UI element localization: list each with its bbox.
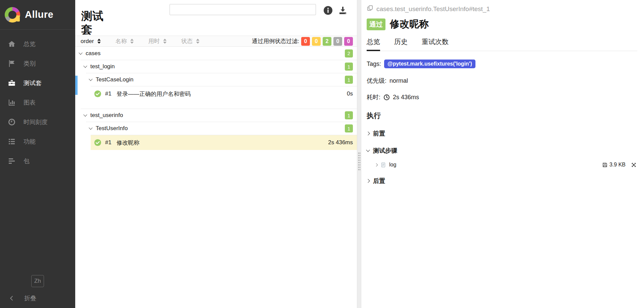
teardown-label: 后置	[373, 177, 385, 185]
filter-broken-badge[interactable]: 0	[312, 37, 321, 46]
chevron-down-icon	[83, 64, 87, 68]
status-filter: 通过用例状态过滤: 0 0 2 0 0	[252, 37, 353, 46]
suitcase-icon	[7, 79, 16, 87]
active-nav-indicator	[75, 76, 78, 95]
tab-retries[interactable]: 重试次数	[422, 37, 449, 51]
test-duration: 2s 436ms	[328, 139, 353, 146]
tree-group-row[interactable]: TestUserInfo 1	[86, 122, 357, 135]
chevron-left-icon	[7, 294, 16, 303]
sort-arrows-icon	[163, 39, 167, 44]
sort-label: order	[81, 38, 94, 45]
sidebar-item-overview[interactable]: 总览	[0, 34, 75, 54]
setup-label: 前置	[373, 129, 385, 138]
sidebar-item-label: 类别	[24, 60, 36, 68]
sort-bar: order 名称 用时 状态 通过用例状态过滤: 0 0 2 0 0	[75, 36, 357, 47]
attachment-row-log[interactable]: log 3.9 KB	[375, 162, 637, 168]
download-icon	[338, 11, 348, 16]
test-steps-section[interactable]: 测试步骤	[367, 147, 637, 155]
sort-label: 状态	[181, 37, 193, 45]
lines-icon	[7, 157, 16, 165]
info-button[interactable]	[323, 5, 333, 15]
chevron-down-icon	[366, 148, 370, 152]
copy-icon[interactable]	[367, 5, 373, 13]
clock-icon	[383, 94, 390, 101]
suites-tree: cases 2 test_login 1 TestCaseLogin 1 #1 …	[75, 47, 357, 150]
tree-group-label: TestUserInfo	[96, 125, 128, 132]
test-name: 修改昵称	[117, 139, 139, 147]
sidebar-item-packages[interactable]: 包	[0, 151, 75, 171]
status-filter-label: 通过用例状态过滤:	[252, 37, 299, 45]
attachment-meta: 3.9 KB	[602, 162, 637, 168]
list-icon	[7, 137, 16, 146]
chevron-right-icon	[366, 179, 370, 183]
filter-failed-badge[interactable]: 0	[301, 37, 310, 46]
sort-duration[interactable]: 用时	[148, 37, 167, 45]
test-fullname-row: cases.test_userinfo.TestUserInfo#test_1	[367, 5, 637, 13]
duration-row: 耗时: 2s 436ms	[367, 93, 637, 101]
tree-group-row[interactable]: TestCaseLogin 1	[86, 73, 357, 86]
count-badge: 1	[345, 76, 353, 84]
status-badge: 通过	[367, 18, 385, 30]
allure-report-app: Allure 总览 类别 测试套 图表 时间刻度	[0, 0, 644, 308]
attachment-size: 3.9 KB	[602, 162, 626, 168]
tab-history[interactable]: 历史	[394, 37, 408, 51]
search-input[interactable]	[170, 4, 316, 15]
chevron-right-icon	[375, 163, 378, 166]
tree-leaf-row[interactable]: #1 登录——正确的用户名和密码 0s	[91, 86, 357, 101]
sidebar-item-categories[interactable]: 类别	[0, 54, 75, 73]
collapse-button[interactable]: 折叠	[0, 294, 75, 303]
sort-label: 用时	[148, 37, 160, 45]
collapse-label: 折叠	[24, 294, 36, 302]
allure-logo-icon	[5, 7, 20, 23]
sort-name[interactable]: 名称	[116, 37, 134, 45]
sort-arrows-icon	[196, 39, 199, 44]
sidebar-item-timeline[interactable]: 时间刻度	[0, 112, 75, 132]
chevron-down-icon	[89, 126, 92, 129]
sort-arrows-icon	[97, 39, 101, 44]
attachment-size-value: 3.9 KB	[609, 162, 626, 168]
suites-panel: 测试套 order 名称 用时 状态	[75, 0, 357, 308]
panel-title: 测试套	[81, 9, 109, 36]
panel-splitter[interactable]	[357, 0, 361, 308]
tag-badge[interactable]: @pytest.mark.usefixtures('login')	[384, 60, 475, 68]
flag-icon	[7, 59, 16, 68]
sidebar-item-graphs[interactable]: 图表	[0, 93, 75, 112]
tree-group-row[interactable]: test_login 1	[81, 60, 357, 73]
tags-label: Tags:	[367, 61, 381, 68]
filter-skipped-badge[interactable]: 0	[333, 37, 342, 46]
test-title: 修改昵称	[390, 17, 429, 31]
teardown-section[interactable]: 后置	[367, 177, 637, 185]
execution-heading: 执行	[367, 111, 637, 120]
tree-group-label: test_login	[90, 63, 115, 70]
sidebar-item-suites[interactable]: 测试套	[0, 73, 75, 93]
tree-group-row[interactable]: cases 2	[75, 47, 357, 60]
filter-unknown-badge[interactable]: 0	[344, 37, 353, 46]
tree-group-row[interactable]: test_userinfo 1	[81, 109, 357, 122]
expand-icon[interactable]	[631, 162, 637, 168]
check-circle-icon	[94, 90, 101, 98]
duration-value: 2s 436ms	[393, 94, 419, 101]
language-button[interactable]: Zh	[31, 275, 44, 287]
brand-header: Allure	[0, 0, 75, 30]
setup-section[interactable]: 前置	[367, 129, 637, 138]
tab-overview[interactable]: 总览	[367, 37, 380, 51]
count-badge: 1	[345, 111, 353, 119]
bar-chart-icon	[7, 98, 16, 107]
sort-order[interactable]: order	[81, 38, 101, 45]
sidebar-item-label: 总览	[24, 40, 36, 48]
filter-passed-badge[interactable]: 2	[323, 37, 331, 46]
tree-group-label: test_userinfo	[90, 112, 123, 119]
severity-value: normal	[389, 77, 408, 84]
duration-label: 耗时:	[367, 93, 380, 101]
sidebar-item-behaviors[interactable]: 功能	[0, 132, 75, 151]
tree-leaf-row-selected[interactable]: #1 修改昵称 2s 436ms	[91, 135, 357, 150]
info-icon	[323, 11, 333, 16]
tree-group-label: cases	[86, 50, 100, 57]
document-icon	[380, 162, 386, 168]
sidebar-footer: Zh 折叠	[0, 275, 75, 308]
download-button[interactable]	[338, 5, 348, 15]
detail-tabs: 总览 历史 重试次数	[367, 37, 637, 51]
sort-status[interactable]: 状态	[181, 37, 199, 45]
tree-group-label: TestCaseLogin	[96, 76, 133, 83]
count-badge: 1	[345, 63, 353, 71]
